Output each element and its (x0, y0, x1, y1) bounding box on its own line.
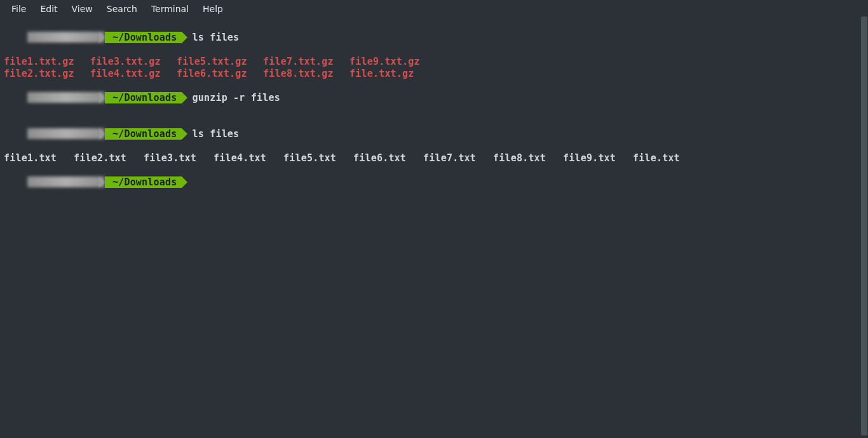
file-entry: file6.txt.gz (177, 68, 263, 80)
terminal-output-area[interactable]: ~/Downloads ls files file1.txt.gzfile3.t… (0, 18, 868, 202)
prompt-path-segment: ~/Downloads (105, 128, 182, 140)
file-entry: file2.txt.gz (4, 68, 90, 80)
prompt-user-segment (27, 128, 105, 139)
file-entry: file2.txt (74, 152, 144, 164)
file-entry: file3.txt (144, 152, 214, 164)
file-entry: file6.txt (353, 152, 423, 164)
file-entry: file.txt.gz (349, 68, 414, 80)
file-entry: file4.txt (214, 152, 283, 164)
prompt-path-segment: ~/Downloads (105, 92, 182, 103)
file-entry: file8.txt (493, 152, 563, 164)
command-text: gunzip -r files (182, 92, 280, 103)
terminal-line: ~/Downloads (4, 164, 864, 201)
prompt-user-segment (27, 32, 105, 43)
menu-view[interactable]: View (65, 3, 99, 15)
file-entry: file.txt (633, 152, 680, 164)
terminal-line: ~/Downloads ls files (4, 20, 864, 56)
menu-bar: File Edit View Search Terminal Help (0, 0, 868, 18)
scrollbar-thumb[interactable] (861, 17, 867, 435)
prompt-path-segment: ~/Downloads (105, 176, 182, 188)
menu-edit[interactable]: Edit (34, 3, 64, 15)
prompt: ~/Downloads (27, 128, 182, 140)
prompt-user-segment (27, 176, 105, 187)
file-entry: file1.txt (4, 152, 74, 164)
prompt: ~/Downloads (27, 32, 182, 43)
prompt: ~/Downloads (27, 92, 182, 103)
file-entry: file5.txt (283, 152, 353, 164)
file-entry: file9.txt.gz (349, 56, 420, 68)
menu-file[interactable]: File (5, 3, 32, 15)
terminal-line: file2.txt.gzfile4.txt.gzfile6.txt.gzfile… (4, 68, 864, 80)
prompt: ~/Downloads (27, 176, 182, 188)
menu-help[interactable]: Help (196, 3, 229, 15)
terminal-line: file1.txtfile2.txtfile3.txtfile4.txtfile… (4, 152, 864, 164)
terminal-line: file1.txt.gzfile3.txt.gzfile5.txt.gzfile… (4, 56, 864, 68)
command-text: ls files (182, 128, 239, 140)
prompt-path-segment: ~/Downloads (105, 32, 182, 43)
terminal-line: ~/Downloads ls files (4, 116, 864, 152)
prompt-user-segment (27, 92, 105, 103)
scrollbar[interactable] (861, 17, 867, 435)
terminal-line: ~/Downloads gunzip -r files (4, 80, 864, 116)
file-entry: file1.txt.gz (4, 56, 90, 68)
file-entry: file8.txt.gz (263, 68, 349, 80)
file-entry: file7.txt (423, 152, 493, 164)
file-entry: file9.txt (563, 152, 633, 164)
file-entry: file5.txt.gz (177, 56, 263, 68)
menu-terminal[interactable]: Terminal (145, 3, 195, 15)
file-entry: file4.txt.gz (90, 68, 177, 80)
file-entry: file3.txt.gz (90, 56, 177, 68)
file-entry: file7.txt.gz (263, 56, 349, 68)
command-text: ls files (182, 32, 239, 43)
menu-search[interactable]: Search (100, 3, 144, 15)
